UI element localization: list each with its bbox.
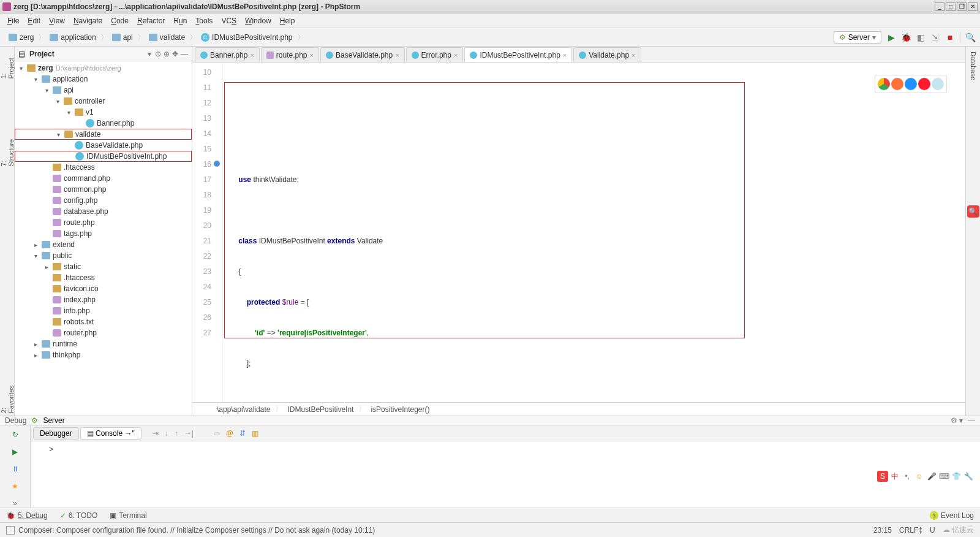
menu-navigate[interactable]: Navigate xyxy=(70,15,106,26)
edge-icon[interactable] xyxy=(932,78,944,90)
crumb-file[interactable]: CIDMustBePositiveInt.php xyxy=(197,32,296,43)
ime-punct-icon[interactable]: •, xyxy=(902,471,913,482)
close-tab-icon[interactable]: × xyxy=(631,51,635,59)
step-into-icon[interactable]: ↓ xyxy=(162,429,171,438)
tab-database[interactable]: Database xyxy=(968,49,978,83)
run-config-dropdown[interactable]: ⚙Server▾ xyxy=(834,31,881,44)
minimize-panel-icon[interactable]: — xyxy=(968,416,975,425)
tab-favorites[interactable]: 2: Favorites xyxy=(0,377,16,416)
tree-node[interactable]: tags.php xyxy=(15,228,192,239)
tree-node[interactable]: .htaccess xyxy=(15,162,192,173)
code-editor[interactable]: use think\Validate; class IDMustBePositi… xyxy=(223,63,965,402)
crumb-application[interactable]: application xyxy=(46,32,99,43)
crumb-class[interactable]: IDMustBePositiveInt xyxy=(287,405,353,414)
tree-node[interactable]: ▸extend xyxy=(15,239,192,250)
bottom-todo[interactable]: ✓6: TODO xyxy=(60,511,98,520)
menu-help[interactable]: Help xyxy=(276,15,299,26)
safari-icon[interactable] xyxy=(905,78,917,90)
close-tab-icon[interactable]: × xyxy=(310,51,314,59)
tree-node[interactable]: command.php xyxy=(15,173,192,184)
crumb-api[interactable]: api xyxy=(108,32,137,43)
tree-node[interactable]: common.php xyxy=(15,184,192,195)
bottom-debug[interactable]: 🐞5: Debug xyxy=(6,511,48,520)
stop-icon[interactable]: ■ xyxy=(945,32,955,42)
close-tab-icon[interactable]: × xyxy=(454,51,458,59)
star-icon[interactable]: ★ xyxy=(10,481,21,492)
tree-node[interactable]: ▾api xyxy=(15,85,192,96)
tree-node[interactable]: favicon.ico xyxy=(15,283,192,294)
editor-tab[interactable]: route.php× xyxy=(261,47,319,62)
tree-node[interactable]: ▸runtime xyxy=(15,338,192,349)
menu-refactor[interactable]: Refactor xyxy=(134,15,168,26)
ime-mic-icon[interactable]: 🎤 xyxy=(926,471,937,482)
tree-node[interactable]: database.php xyxy=(15,206,192,217)
bottom-terminal[interactable]: ▣Terminal xyxy=(110,511,146,520)
menu-code[interactable]: Code xyxy=(107,15,132,26)
crumb-validate[interactable]: validate xyxy=(145,32,189,43)
search-icon[interactable]: 🔍 xyxy=(965,32,975,42)
tree-node[interactable]: ▾validate xyxy=(15,129,192,140)
tab-console[interactable]: ▤ Console →" xyxy=(80,427,141,440)
tab-project[interactable]: 1: Project xyxy=(0,49,16,82)
at-icon[interactable]: @ xyxy=(224,429,236,438)
tree-node[interactable]: BaseValidate.php xyxy=(15,140,192,151)
tree-node[interactable]: ▸thinkphp xyxy=(15,349,192,360)
editor-tab[interactable]: Error.php× xyxy=(406,47,464,62)
ime-kb-icon[interactable]: ⌨ xyxy=(938,471,949,482)
chrome-icon[interactable] xyxy=(878,78,890,90)
close-button[interactable]: ✕ xyxy=(968,2,978,11)
crumb-zerg[interactable]: zerg xyxy=(5,32,37,43)
tree-node[interactable]: ▸static xyxy=(15,261,192,272)
project-tree[interactable]: ▾zergD:\xampp\htdocs\zerg▾application▾ap… xyxy=(15,61,192,416)
status-icon[interactable] xyxy=(6,526,15,535)
settings-icon[interactable]: ✥ xyxy=(172,50,178,58)
ime-cn-icon[interactable]: 中 xyxy=(889,471,900,482)
menu-window[interactable]: Window xyxy=(241,15,275,26)
gutter[interactable]: 101112131415161718192021222324252627 xyxy=(192,63,223,402)
menu-file[interactable]: FFileile xyxy=(4,15,23,26)
ime-skin-icon[interactable]: 👕 xyxy=(951,471,962,482)
run-to-cursor-icon[interactable]: →| xyxy=(182,429,196,438)
close-tab-icon[interactable]: × xyxy=(395,51,399,59)
step-over-icon[interactable]: ⇥ xyxy=(150,429,161,438)
rerun-icon[interactable]: ↻ xyxy=(10,429,21,440)
book-icon[interactable]: ▥ xyxy=(249,429,261,438)
ime-tool-icon[interactable]: 🔧 xyxy=(963,471,974,482)
tree-node[interactable]: route.php xyxy=(15,217,192,228)
tree-node[interactable]: router.php xyxy=(15,327,192,338)
debug-console[interactable]: > xyxy=(31,441,980,509)
crumb-method[interactable]: isPositiveInteger() xyxy=(371,405,429,414)
bottom-eventlog[interactable]: 1Event Log xyxy=(930,511,974,520)
collapse-icon[interactable]: ⊙ xyxy=(155,50,161,58)
tree-node[interactable]: ▾public xyxy=(15,250,192,261)
hide-icon[interactable]: — xyxy=(181,50,188,58)
maximize-button[interactable]: □ xyxy=(946,2,956,11)
opera-icon[interactable] xyxy=(918,78,930,90)
search-tool-icon[interactable]: 🔍 xyxy=(967,205,979,218)
debug-icon[interactable]: 🐞 xyxy=(901,32,911,42)
tab-structure[interactable]: 7: Structure xyxy=(0,131,16,169)
tree-node[interactable]: robots.txt xyxy=(15,316,192,327)
menu-vcs[interactable]: VCS xyxy=(217,15,240,26)
resume-icon[interactable]: ▶ xyxy=(10,446,21,457)
run-icon[interactable]: ▶ xyxy=(886,32,896,42)
line-separator[interactable]: CRLF‡ xyxy=(899,526,922,535)
filter-icon[interactable]: ⇵ xyxy=(237,429,248,438)
restore-button[interactable]: ❐ xyxy=(957,2,967,11)
tree-node[interactable]: config.php xyxy=(15,195,192,206)
eval-icon[interactable]: ▭ xyxy=(211,429,222,438)
tree-node[interactable]: index.php xyxy=(15,294,192,305)
tree-node[interactable]: Banner.php xyxy=(15,118,192,129)
ime-emoji-icon[interactable]: ☺ xyxy=(914,471,925,482)
pause-icon[interactable]: ⏸ xyxy=(10,463,21,474)
locate-icon[interactable]: ⊕ xyxy=(164,50,170,58)
crumb-namespace[interactable]: \app\api\validate xyxy=(217,405,270,414)
encoding[interactable]: U xyxy=(930,526,935,535)
close-tab-icon[interactable]: × xyxy=(563,51,567,59)
tree-node[interactable]: IDMustBePositiveInt.php xyxy=(15,151,192,162)
firefox-icon[interactable] xyxy=(891,78,903,90)
minimize-button[interactable]: _ xyxy=(935,2,944,11)
attach-icon[interactable]: ⇲ xyxy=(930,32,940,42)
gear-icon[interactable]: ⚙ ▾ xyxy=(951,416,963,425)
tree-node[interactable]: ▾controller xyxy=(15,96,192,107)
